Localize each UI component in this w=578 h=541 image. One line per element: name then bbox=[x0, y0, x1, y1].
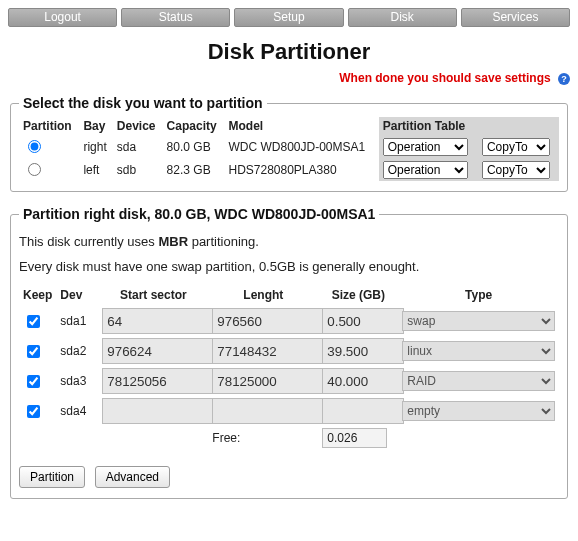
hdr-type: Type bbox=[398, 284, 559, 306]
len-input-sda2[interactable] bbox=[212, 338, 324, 364]
keep-check-sda4[interactable] bbox=[27, 405, 40, 418]
partition-group: Partition right disk, 80.0 GB, WDC WD800… bbox=[10, 206, 568, 499]
action-buttons: Partition Advanced bbox=[19, 466, 559, 488]
keep-check-sda1[interactable] bbox=[27, 315, 40, 328]
help-icon[interactable]: ? bbox=[558, 73, 570, 85]
partition-row: sda4 empty bbox=[19, 396, 559, 426]
type-select-sda1[interactable]: swap bbox=[402, 311, 555, 331]
info-mbr: This disk currently uses MBR partitionin… bbox=[19, 234, 559, 249]
disk-radio-sdb[interactable] bbox=[28, 163, 41, 176]
cell-cap: 82.3 GB bbox=[163, 158, 225, 181]
free-row: Free: 0.026 bbox=[19, 426, 559, 450]
cell-model: HDS728080PLA380 bbox=[224, 158, 378, 181]
nav-services[interactable]: Services bbox=[461, 8, 570, 27]
partition-row: sda3 RAID bbox=[19, 366, 559, 396]
len-input-sda1[interactable] bbox=[212, 308, 324, 334]
hdr-partition: Partition bbox=[19, 117, 79, 135]
partition-table: Keep Dev Start sector Lenght Size (GB) T… bbox=[19, 284, 559, 450]
hdr-start: Start sector bbox=[98, 284, 208, 306]
hdr-partition-table: Partition Table bbox=[379, 117, 559, 135]
nav-logout[interactable]: Logout bbox=[8, 8, 117, 27]
hdr-device: Device bbox=[113, 117, 163, 135]
hdr-keep: Keep bbox=[19, 284, 56, 306]
operation-select-sdb[interactable]: Operation bbox=[383, 161, 468, 179]
copyto-select-sdb[interactable]: CopyTo bbox=[482, 161, 550, 179]
partition-legend: Partition right disk, 80.0 GB, WDC WD800… bbox=[19, 206, 379, 222]
save-warning: When done you should save settings ? bbox=[8, 71, 570, 85]
keep-check-sda3[interactable] bbox=[27, 375, 40, 388]
hdr-bay: Bay bbox=[79, 117, 112, 135]
cell-cap: 80.0 GB bbox=[163, 135, 225, 158]
disk-row: left sdb 82.3 GB HDS728080PLA380 Operati… bbox=[19, 158, 559, 181]
hdr-size: Size (GB) bbox=[318, 284, 398, 306]
nav-status[interactable]: Status bbox=[121, 8, 230, 27]
cell-dev: sda4 bbox=[56, 396, 98, 426]
size-input-sda2[interactable] bbox=[322, 338, 404, 364]
hdr-capacity: Capacity bbox=[163, 117, 225, 135]
len-input-sda4[interactable] bbox=[212, 398, 324, 424]
page-title: Disk Partitioner bbox=[8, 39, 570, 65]
nav-disk[interactable]: Disk bbox=[348, 8, 457, 27]
nav-setup[interactable]: Setup bbox=[234, 8, 343, 27]
copyto-select-sda[interactable]: CopyTo bbox=[482, 138, 550, 156]
start-input-sda3[interactable] bbox=[102, 368, 214, 394]
type-select-sda4[interactable]: empty bbox=[402, 401, 555, 421]
hdr-model: Model bbox=[224, 117, 378, 135]
cell-dev: sda bbox=[113, 135, 163, 158]
hdr-len: Lenght bbox=[208, 284, 318, 306]
type-select-sda3[interactable]: RAID bbox=[402, 371, 555, 391]
partition-info: This disk currently uses MBR partitionin… bbox=[19, 234, 559, 274]
keep-check-sda2[interactable] bbox=[27, 345, 40, 358]
cell-dev: sda1 bbox=[56, 306, 98, 336]
top-nav: Logout Status Setup Disk Services bbox=[8, 8, 570, 27]
start-input-sda2[interactable] bbox=[102, 338, 214, 364]
operation-select-sda[interactable]: Operation bbox=[383, 138, 468, 156]
disk-table: Partition Bay Device Capacity Model Part… bbox=[19, 117, 559, 181]
disk-select-legend: Select the disk you want to partition bbox=[19, 95, 267, 111]
start-input-sda1[interactable] bbox=[102, 308, 214, 334]
cell-model: WDC WD800JD-00MSA1 bbox=[224, 135, 378, 158]
hdr-dev: Dev bbox=[56, 284, 98, 306]
type-select-sda2[interactable]: linux bbox=[402, 341, 555, 361]
partition-button[interactable]: Partition bbox=[19, 466, 85, 488]
size-input-sda1[interactable] bbox=[322, 308, 404, 334]
size-input-sda3[interactable] bbox=[322, 368, 404, 394]
info-swap: Every disk must have one swap partition,… bbox=[19, 259, 559, 274]
partition-row: sda2 linux bbox=[19, 336, 559, 366]
partition-row: sda1 swap bbox=[19, 306, 559, 336]
start-input-sda4[interactable] bbox=[102, 398, 214, 424]
disk-radio-sda[interactable] bbox=[28, 140, 41, 153]
cell-bay: right bbox=[79, 135, 112, 158]
disk-select-group: Select the disk you want to partition Pa… bbox=[10, 95, 568, 192]
size-input-sda4[interactable] bbox=[322, 398, 404, 424]
advanced-button[interactable]: Advanced bbox=[95, 466, 170, 488]
cell-bay: left bbox=[79, 158, 112, 181]
save-warning-text: When done you should save settings bbox=[339, 71, 550, 85]
cell-dev: sda3 bbox=[56, 366, 98, 396]
free-label: Free: bbox=[208, 426, 318, 450]
disk-row: right sda 80.0 GB WDC WD800JD-00MSA1 Ope… bbox=[19, 135, 559, 158]
len-input-sda3[interactable] bbox=[212, 368, 324, 394]
cell-dev: sda2 bbox=[56, 336, 98, 366]
free-value: 0.026 bbox=[322, 428, 387, 448]
cell-dev: sdb bbox=[113, 158, 163, 181]
